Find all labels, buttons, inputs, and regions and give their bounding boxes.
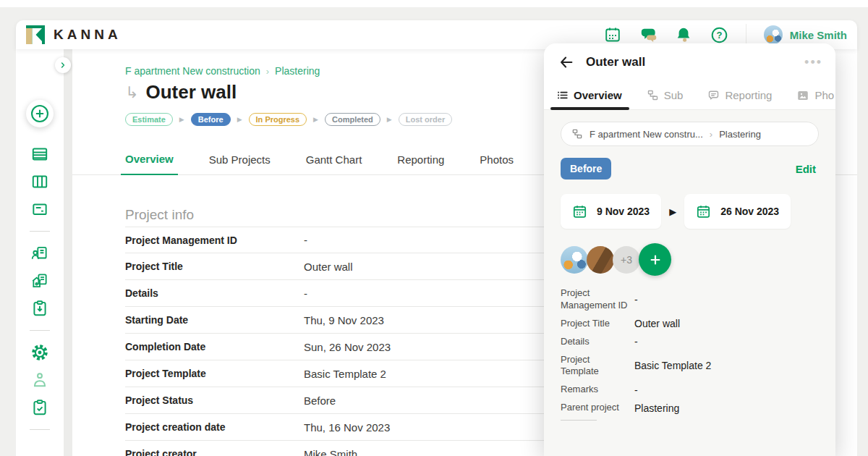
calendar-icon xyxy=(696,204,711,219)
drawer-tab-sub[interactable]: Sub xyxy=(644,81,686,110)
row-value: Outer wall xyxy=(304,261,353,273)
notification-bell-icon[interactable] xyxy=(675,26,693,44)
row-label: Starting Date xyxy=(125,314,304,326)
status-pill-estimate[interactable]: Estimate xyxy=(125,113,173,126)
end-date-value: 26 Nov 2023 xyxy=(720,206,779,217)
end-date-field[interactable]: 26 Nov 2023 xyxy=(684,194,791,229)
row-label: Project Status xyxy=(125,394,304,406)
board-columns-icon[interactable] xyxy=(30,172,50,192)
hierarchy-icon xyxy=(571,128,583,140)
drawer-tab-reporting[interactable]: Reporting xyxy=(705,81,775,110)
breadcrumb-parent-link[interactable]: F apartment New construction xyxy=(125,65,260,77)
kanna-logo-icon xyxy=(26,25,45,44)
status-pill-lost-order[interactable]: Lost order xyxy=(399,113,452,126)
field-value: - xyxy=(634,294,638,305)
add-member-button[interactable] xyxy=(639,243,671,276)
drawer-header: Outer wall ••• xyxy=(544,43,835,81)
breadcrumb-current-link[interactable]: Plastering xyxy=(275,65,320,77)
user-avatar xyxy=(764,25,783,44)
client-document-icon[interactable] xyxy=(30,243,50,263)
sidebar-expand-button[interactable] xyxy=(55,57,71,73)
more-options-icon[interactable]: ••• xyxy=(804,55,822,70)
start-date-value: 9 Nov 2023 xyxy=(597,206,650,217)
field-row: Remarks - xyxy=(561,384,819,396)
tab-photos[interactable]: Photos xyxy=(475,153,518,174)
kanna-logo[interactable]: KANNA xyxy=(26,25,122,44)
user-name: Mike Smith xyxy=(790,29,847,41)
field-row: Parent project Plastering xyxy=(561,402,819,414)
drawer-tab-bar: Overview Sub Reporting Pho xyxy=(544,81,835,110)
card-view-icon[interactable] xyxy=(30,199,50,219)
comment-icon xyxy=(707,89,720,101)
user-menu[interactable]: Mike Smith xyxy=(764,25,847,44)
svg-text:?: ? xyxy=(716,30,722,41)
tab-gantt-chart[interactable]: Gantt Chart xyxy=(302,153,367,174)
row-value: Thu, 9 Nov 2023 xyxy=(304,314,384,326)
row-label: Completion Date xyxy=(125,341,304,352)
section-title: Project info xyxy=(125,207,194,223)
member-avatar[interactable] xyxy=(587,246,614,274)
add-project-button[interactable] xyxy=(26,100,54,127)
edit-button[interactable]: Edit xyxy=(796,163,816,175)
breadcrumb: F apartment New construction › Plasterin… xyxy=(125,65,320,77)
field-divider xyxy=(561,420,597,421)
tab-sub-projects[interactable]: Sub Projects xyxy=(205,153,275,174)
status-badge[interactable]: Before xyxy=(561,158,611,180)
drawer-title: Outer wall xyxy=(586,55,645,69)
settings-gear-icon[interactable] xyxy=(30,342,50,363)
project-list-icon[interactable] xyxy=(30,144,50,164)
drawer-breadcrumb[interactable]: F apartment New constru... › Plastering xyxy=(561,122,819,146)
tab-overview[interactable]: Overview xyxy=(121,153,178,175)
sidebar-gutter xyxy=(64,49,72,456)
status-pill-completed[interactable]: Completed xyxy=(325,113,380,126)
page-title: Outer wall xyxy=(145,81,237,104)
status-arrow-icon: ▶ xyxy=(179,116,184,123)
row-label: Project Template xyxy=(125,368,304,379)
status-arrow-icon: ▶ xyxy=(237,116,242,123)
calendar-icon[interactable] xyxy=(604,26,622,44)
field-row: Details - xyxy=(561,336,819,348)
row-label: Project creation date xyxy=(125,421,304,433)
profile-person-icon[interactable] xyxy=(30,370,50,390)
drawer-tab-overview[interactable]: Overview xyxy=(553,81,625,110)
member-overflow-badge[interactable]: +3 xyxy=(613,246,640,274)
field-row: Project Management ID - xyxy=(561,287,819,312)
calendar-icon xyxy=(572,204,587,219)
clipboard-download-icon[interactable] xyxy=(30,298,50,318)
chat-icon[interactable] xyxy=(639,26,658,44)
field-label: Remarks xyxy=(561,384,630,396)
field-label: Project Template xyxy=(561,354,630,379)
hierarchy-icon xyxy=(647,89,659,101)
field-value: - xyxy=(634,384,638,396)
member-avatars: +3 xyxy=(561,243,819,276)
list-icon xyxy=(556,89,569,101)
start-date-field[interactable]: 9 Nov 2023 xyxy=(561,194,661,229)
brand-name: KANNA xyxy=(54,27,122,43)
date-range-arrow-icon: ▶ xyxy=(669,206,676,217)
site-document-icon[interactable] xyxy=(30,271,50,291)
drawer-tab-photos[interactable]: Pho xyxy=(793,81,835,110)
field-value: Plastering xyxy=(634,402,679,414)
sidebar-divider xyxy=(30,231,50,232)
back-icon[interactable] xyxy=(557,53,576,72)
row-label: Project Management ID xyxy=(125,235,304,246)
field-row: Project Template Basic Template 2 xyxy=(561,354,819,379)
row-value: Basic Template 2 xyxy=(304,368,386,380)
status-pill-in-progress[interactable]: In Progress xyxy=(249,113,307,126)
drawer-field-list: Project Management ID - Project Title Ou… xyxy=(561,287,819,421)
member-avatar[interactable] xyxy=(561,246,588,274)
row-value: - xyxy=(304,287,307,300)
drawer-breadcrumb-parent: F apartment New constru... xyxy=(590,129,703,140)
breadcrumb-separator: › xyxy=(266,66,269,77)
tab-reporting[interactable]: Reporting xyxy=(393,153,448,174)
status-arrow-icon: ▶ xyxy=(387,116,392,123)
row-label: Project Title xyxy=(125,261,304,272)
photo-icon xyxy=(796,89,809,102)
status-pill-before[interactable]: Before xyxy=(191,113,231,126)
drawer-tab-label: Overview xyxy=(574,89,622,101)
help-icon[interactable]: ? xyxy=(710,26,728,44)
clipboard-check-icon[interactable] xyxy=(30,397,50,418)
row-value: Mike Smith xyxy=(304,448,357,456)
field-label: Details xyxy=(561,336,630,348)
plus-icon xyxy=(648,253,663,267)
